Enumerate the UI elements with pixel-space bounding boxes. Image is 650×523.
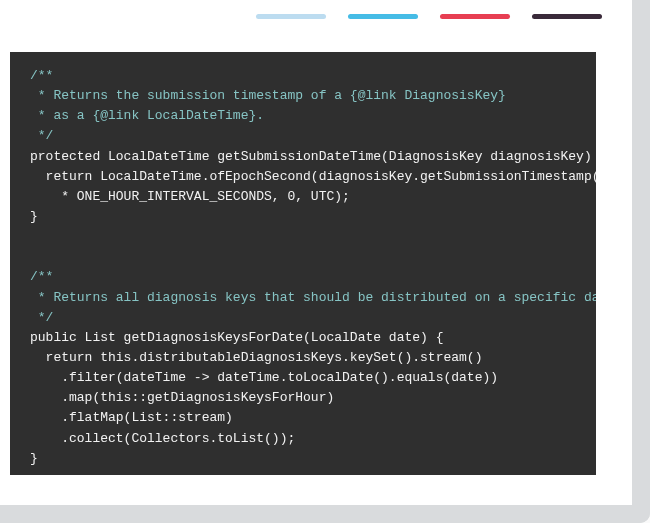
tab-indicator-4[interactable] xyxy=(532,14,602,19)
tab-indicator-1[interactable] xyxy=(256,14,326,19)
javadoc-line: /** xyxy=(30,68,53,83)
code-line: public List getDiagnosisKeysForDate(Loca… xyxy=(30,330,443,345)
code-line: } xyxy=(30,209,38,224)
javadoc-line: * Returns all diagnosis keys that should… xyxy=(30,290,596,305)
tab-indicator-2[interactable] xyxy=(348,14,418,19)
javadoc-line: * as a {@link LocalDateTime}. xyxy=(30,108,264,123)
code-line: .flatMap(List::stream) xyxy=(30,410,233,425)
code-editor: /** * Returns the submission timestamp o… xyxy=(10,52,596,475)
code-line: .collect(Collectors.toList()); xyxy=(30,431,295,446)
javadoc-line: * Returns the submission timestamp of a … xyxy=(30,88,506,103)
code-line: .filter(dateTime -> dateTime.toLocalDate… xyxy=(30,370,498,385)
code-line: return this.distributableDiagnosisKeys.k… xyxy=(30,350,482,365)
code-line: protected LocalDateTime getSubmissionDat… xyxy=(30,149,596,164)
code-line: return LocalDateTime.ofEpochSecond(diagn… xyxy=(30,169,596,184)
code-line: * ONE_HOUR_INTERVAL_SECONDS, 0, UTC); xyxy=(30,189,350,204)
tab-indicator-3[interactable] xyxy=(440,14,510,19)
javadoc-line: */ xyxy=(30,310,53,325)
code-line: } xyxy=(30,451,38,466)
javadoc-line: /** xyxy=(30,269,53,284)
laptop-bezel: /** * Returns the submission timestamp o… xyxy=(0,0,650,523)
tab-strip xyxy=(0,0,632,31)
code-line: .map(this::getDiagnosisKeysForHour) xyxy=(30,390,334,405)
javadoc-line: */ xyxy=(30,128,53,143)
